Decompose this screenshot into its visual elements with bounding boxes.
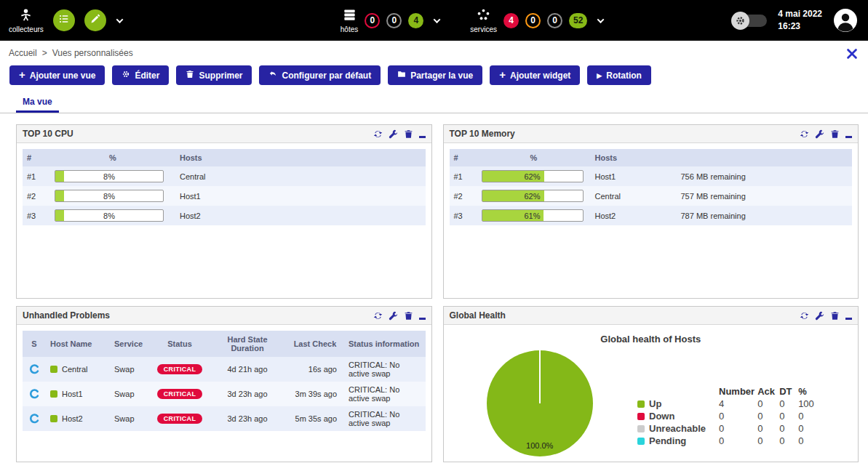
wrench-icon[interactable] — [389, 311, 398, 321]
legend-unreachable-swatch — [637, 425, 645, 432]
trash-icon[interactable] — [404, 129, 413, 139]
clock-time: 16:23 — [778, 20, 822, 33]
refresh-icon[interactable] — [373, 129, 383, 139]
widget-actions — [373, 311, 426, 321]
last-check-cell: 3m 39s ago — [286, 382, 344, 406]
wrench-icon[interactable] — [815, 129, 824, 139]
trash-icon[interactable] — [830, 311, 840, 321]
legend-col-number: Number — [717, 385, 756, 398]
hosts-down-counter[interactable]: 0 — [365, 13, 380, 28]
table-row: #2 8% Host1 — [23, 186, 426, 206]
minimize-icon[interactable] — [845, 318, 852, 320]
info-cell: CRITICAL: No active swap — [344, 382, 426, 406]
refresh-icon[interactable] — [800, 311, 809, 321]
services-ok-counter[interactable]: 52 — [569, 13, 587, 28]
minimize-icon[interactable] — [419, 136, 426, 138]
duration-cell: 4d 21h ago — [209, 357, 286, 382]
add-widget-button[interactable]: + Ajouter widget — [490, 65, 580, 85]
table-row: #1 62% Host1 756 MB remaining — [450, 166, 853, 186]
widget-title: TOP 10 Memory — [450, 129, 515, 139]
memory-remaining: 757 MB remaining — [677, 186, 853, 206]
host-link[interactable]: Central — [595, 192, 621, 201]
last-check-cell: 5m 35s ago — [286, 406, 344, 431]
cpu-table: # % Hosts #1 8% Central #2 8% Host1 — [23, 149, 426, 225]
add-view-button[interactable]: + Ajouter une vue — [9, 65, 105, 85]
collectors-label: collecteurs — [9, 25, 44, 33]
table-row: Host2 Swap CRITICAL 3d 23h ago 5m 35s ag… — [23, 406, 426, 431]
host-link[interactable]: Host1 — [595, 172, 616, 181]
rotation-button[interactable]: ▶ Rotation — [587, 65, 651, 85]
cpu-progress-bar: 8% — [55, 190, 164, 202]
wrench-icon[interactable] — [389, 129, 398, 139]
last-check-cell: 16s ago — [286, 357, 344, 382]
pie-slice-label: 100.0% — [487, 441, 593, 450]
host-link[interactable]: Host1 — [180, 192, 201, 201]
memory-progress-bar: 62% — [482, 170, 584, 182]
table-row: Host1 Swap CRITICAL 3d 23h ago 3m 39s ag… — [23, 382, 426, 406]
host-link[interactable]: Central — [62, 365, 87, 374]
share-view-button[interactable]: Partager la vue — [388, 65, 482, 85]
hosts-chevron-down-icon[interactable] — [434, 16, 441, 23]
tab-ma-vue[interactable]: Ma vue — [16, 92, 59, 113]
legend-col-ack: Ack — [756, 385, 778, 398]
set-default-button[interactable]: Configurer par défaut — [259, 65, 381, 85]
poller-list-button[interactable] — [53, 9, 75, 31]
table-row: #2 62% Central 757 MB remaining — [450, 186, 853, 206]
refresh-icon[interactable] — [800, 129, 809, 139]
col-host-name: Host Name — [46, 331, 110, 357]
cpu-progress-bar: 8% — [55, 209, 164, 222]
hosts-menu[interactable]: hôtes — [341, 8, 358, 33]
wrench-icon[interactable] — [815, 311, 824, 321]
edit-view-button[interactable]: Éditer — [112, 65, 169, 85]
refresh-icon[interactable] — [373, 311, 383, 321]
settings-toggle[interactable] — [733, 15, 767, 27]
minimize-icon[interactable] — [845, 136, 852, 138]
tools-icon[interactable] — [845, 47, 859, 61]
memory-progress-bar: 61% — [482, 209, 584, 222]
hosts-health-pie: 100.0% — [487, 350, 593, 456]
breadcrumb-home[interactable]: Accueil — [9, 48, 37, 58]
pollers-chevron-down-icon[interactable] — [116, 16, 123, 23]
pie-chart-area: 100.0% — [444, 345, 637, 456]
legend-up-swatch — [637, 400, 645, 408]
centreon-icon[interactable] — [23, 382, 46, 406]
trash-icon[interactable] — [404, 311, 413, 321]
service-link[interactable]: Swap — [114, 414, 135, 423]
sidebar-item-collectors[interactable]: collecteurs — [9, 8, 44, 33]
memory-remaining: 787 MB remaining — [677, 206, 853, 225]
services-menu[interactable]: services — [470, 8, 497, 33]
service-link[interactable]: Swap — [114, 365, 135, 374]
widget-title: TOP 10 CPU — [23, 129, 73, 139]
widget-top10-memory: TOP 10 Memory # % Hosts #1 — [443, 124, 859, 299]
info-cell: CRITICAL: No active swap — [344, 357, 426, 382]
col-percent: % — [50, 149, 175, 166]
host-link[interactable]: Host1 — [62, 390, 83, 398]
delete-view-button[interactable]: Supprimer — [176, 65, 252, 85]
list-icon — [58, 13, 70, 28]
export-config-button[interactable] — [84, 9, 106, 31]
user-avatar[interactable] — [833, 8, 858, 33]
trash-icon[interactable] — [830, 129, 840, 139]
minimize-icon[interactable] — [419, 318, 426, 320]
duration-cell: 3d 23h ago — [209, 406, 286, 431]
hosts-unreachable-counter[interactable]: 0 — [386, 13, 402, 28]
services-warning-counter[interactable]: 0 — [525, 13, 541, 28]
host-link[interactable]: Host2 — [595, 212, 616, 220]
memory-progress-bar: 62% — [482, 190, 584, 202]
host-link[interactable]: Central — [180, 172, 205, 181]
widget-unhandled-problems: Unhandled Problems S Host Name Service S… — [16, 306, 432, 462]
service-link[interactable]: Swap — [114, 390, 135, 398]
breadcrumb-separator: > — [42, 48, 47, 58]
undo-icon — [268, 70, 277, 81]
host-link[interactable]: Host2 — [180, 212, 201, 220]
services-critical-counter[interactable]: 4 — [503, 13, 519, 28]
widget-header: Unhandled Problems — [17, 307, 431, 325]
services-chevron-down-icon[interactable] — [597, 16, 605, 23]
hosts-up-counter[interactable]: 4 — [408, 13, 423, 28]
services-unknown-counter[interactable]: 0 — [547, 13, 562, 28]
centreon-icon[interactable] — [23, 357, 46, 382]
host-link[interactable]: Host2 — [62, 414, 83, 423]
collectors-icon — [19, 8, 33, 23]
hosts-status-block: hôtes 0 0 4 — [341, 8, 439, 33]
centreon-icon[interactable] — [23, 406, 46, 431]
